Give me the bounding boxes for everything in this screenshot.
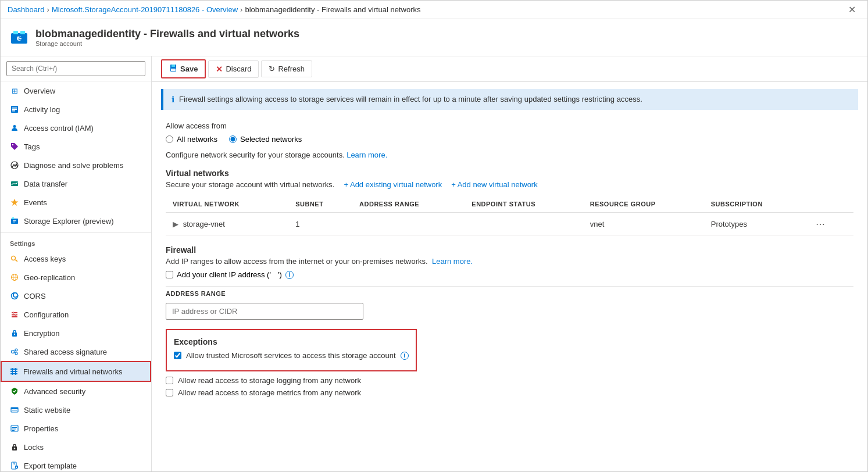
static-website-icon <box>10 405 19 414</box>
properties-icon <box>10 424 19 433</box>
svg-point-27 <box>15 314 16 315</box>
access-control-icon <box>10 123 19 133</box>
radio-selected-networks-input[interactable] <box>229 135 237 143</box>
save-button[interactable]: Save <box>161 59 206 78</box>
sidebar-item-events[interactable]: Events <box>1 193 151 212</box>
client-ip-suffix: ') <box>278 270 282 279</box>
col-subnet: SUBNET <box>288 196 352 213</box>
svg-rect-6 <box>12 108 17 109</box>
allow-access-label: Allow access from <box>166 121 853 130</box>
encryption-icon <box>10 328 19 338</box>
svg-rect-16 <box>13 222 15 223</box>
svg-rect-37 <box>15 368 16 375</box>
cors-icon: Co <box>10 291 19 301</box>
toolbar: Save ✕ Discard ↻ Refresh <box>152 56 867 82</box>
access-keys-icon <box>10 254 19 263</box>
sidebar-item-export-template[interactable]: Export template <box>1 456 151 471</box>
sidebar-item-diagnose[interactable]: Diagnose and solve problems <box>1 156 151 174</box>
exception-trusted-ms-checkbox[interactable] <box>174 352 181 359</box>
radio-all-networks-input[interactable] <box>166 135 173 143</box>
sidebar-item-firewalls[interactable]: Firewalls and virtual networks <box>1 361 151 382</box>
col-actions <box>804 196 853 213</box>
sidebar-item-export-template-label: Export template <box>24 462 77 470</box>
window-close-button[interactable]: ✕ <box>844 2 860 17</box>
info-banner-text: Firewall settings allowing access to sto… <box>179 95 642 103</box>
sidebar-item-events-label: Events <box>24 198 47 207</box>
vnet-endpoint-status-cell <box>465 213 583 236</box>
svg-rect-43 <box>12 429 16 430</box>
configure-learn-more-link[interactable]: Learn more. <box>347 151 387 159</box>
sidebar-item-static-website[interactable]: Static website <box>1 401 151 419</box>
sidebar-item-access-keys[interactable]: Access keys <box>1 249 151 268</box>
geo-replication-icon <box>10 273 19 282</box>
info-banner-icon: ℹ <box>172 95 174 104</box>
client-ip-checkbox[interactable] <box>166 271 173 278</box>
vnet-more-button[interactable]: ⋯ <box>811 217 830 231</box>
search-input[interactable] <box>6 61 145 76</box>
sidebar-item-encryption[interactable]: Encryption <box>1 324 151 342</box>
ip-address-input[interactable] <box>166 303 363 320</box>
exception-storage-metrics-checkbox[interactable] <box>166 389 173 396</box>
radio-selected-networks[interactable]: Selected networks <box>229 135 302 144</box>
breadcrumb-dashboard[interactable]: Dashboard <box>8 5 45 14</box>
sidebar-item-properties[interactable]: Properties <box>1 419 151 438</box>
add-existing-vnet-link[interactable]: + Add existing virtual network <box>344 180 442 189</box>
col-endpoint-status: ENDPOINT STATUS <box>465 196 583 213</box>
info-banner: ℹ Firewall settings allowing access to s… <box>161 89 858 110</box>
vnet-more-cell: ⋯ <box>804 213 853 236</box>
advanced-security-icon <box>10 387 19 396</box>
save-icon <box>169 64 177 74</box>
sidebar-item-activity-log[interactable]: Activity log <box>1 100 151 119</box>
sidebar-item-geo-replication[interactable]: Geo-replication <box>1 268 151 287</box>
svg-text:S: S <box>18 33 23 42</box>
svg-rect-39 <box>11 407 18 409</box>
sidebar-item-storage-explorer[interactable]: Storage Explorer (preview) <box>1 212 151 230</box>
vnet-subscription-cell: Prototypes <box>704 213 804 236</box>
firewall-title: Firewall <box>166 245 853 255</box>
radio-all-networks[interactable]: All networks <box>166 135 217 144</box>
export-template-icon <box>10 461 19 470</box>
sidebar-item-advanced-security[interactable]: Advanced security <box>1 382 151 401</box>
sidebar: ⊞ Overview Activity log <box>1 56 152 471</box>
refresh-button[interactable]: ↻ Refresh <box>261 60 312 77</box>
client-ip-info-icon[interactable]: i <box>285 271 294 279</box>
firewall-section: Firewall Add IP ranges to allow access f… <box>166 245 853 320</box>
svg-rect-44 <box>12 430 15 431</box>
virtual-networks-desc: Secure your storage account with virtual… <box>166 180 853 189</box>
exception-storage-logging-checkbox[interactable] <box>166 377 173 384</box>
sidebar-item-encryption-label: Encryption <box>24 329 59 338</box>
expand-arrow[interactable]: ▶ <box>173 220 178 228</box>
sidebar-item-tags[interactable]: Tags <box>1 137 151 156</box>
vnet-name-cell: ▶ storage-vnet <box>166 213 288 236</box>
sidebar-item-access-control[interactable]: Access control (IAM) <box>1 119 151 137</box>
svg-rect-14 <box>12 217 14 219</box>
sidebar-item-overview-label: Overview <box>24 87 55 95</box>
sidebar-item-shared-access[interactable]: Shared access signature <box>1 342 151 361</box>
events-icon <box>10 198 19 207</box>
app-title-block: blobmanagedidentity - Firewalls and virt… <box>35 28 299 47</box>
sidebar-item-data-transfer[interactable]: Data transfer <box>1 174 151 193</box>
exceptions-title: Exceptions <box>174 337 409 346</box>
sidebar-item-configuration[interactable]: Configuration <box>1 305 151 324</box>
firewalls-icon <box>9 367 19 376</box>
svg-rect-35 <box>10 373 17 374</box>
sidebar-item-locks[interactable]: Locks <box>1 438 151 456</box>
radio-group: All networks Selected networks <box>166 135 853 144</box>
breadcrumb-overview[interactable]: Microsoft.StorageAccount-20190711180826 … <box>52 5 238 14</box>
configure-text: Configure network security for your stor… <box>166 151 853 159</box>
sidebar-item-overview[interactable]: ⊞ Overview <box>1 81 151 100</box>
sidebar-item-properties-label: Properties <box>24 424 58 433</box>
data-transfer-icon <box>10 179 19 188</box>
exception-trusted-ms-info-icon[interactable]: i <box>401 352 409 360</box>
sidebar-item-configuration-label: Configuration <box>24 310 69 319</box>
configuration-icon <box>10 310 19 319</box>
svg-rect-33 <box>10 369 17 370</box>
sidebar-item-cors[interactable]: Co CORS <box>1 287 151 305</box>
firewall-learn-more-link[interactable]: Learn more. <box>432 257 473 266</box>
discard-button[interactable]: ✕ Discard <box>208 60 259 78</box>
virtual-networks-title: Virtual networks <box>166 169 853 178</box>
settings-section-label: Settings <box>1 233 151 249</box>
col-address-range: ADDRESS RANGE <box>352 196 465 213</box>
add-new-vnet-link[interactable]: + Add new virtual network <box>451 180 538 189</box>
sidebar-item-shared-access-label: Shared access signature <box>24 348 107 356</box>
